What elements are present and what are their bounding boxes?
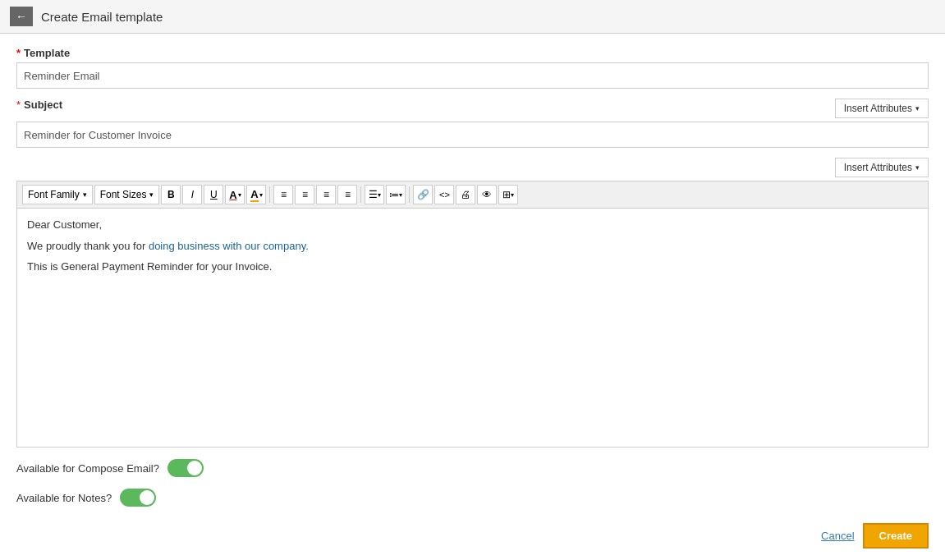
font-color-button[interactable]: A ▾	[225, 185, 245, 204]
editor-toolbar: Font Family ▾ Font Sizes ▾ B I U A ▾ A	[17, 181, 928, 209]
insert-attr-body-caret: ▾	[915, 163, 920, 172]
template-field-group: * Template	[16, 47, 929, 89]
insert-attributes-subject-button[interactable]: Insert Attributes ▾	[835, 99, 929, 118]
cancel-button[interactable]: Cancel	[821, 530, 854, 542]
table-caret: ▾	[511, 191, 514, 199]
subject-row: * Subject Insert Attributes ▾	[16, 99, 929, 118]
unordered-list-caret: ▾	[378, 191, 381, 199]
compose-email-thumb	[187, 461, 202, 475]
compose-email-label: Available for Compose Email?	[16, 462, 159, 475]
subject-label: Subject	[24, 99, 62, 111]
editor-link[interactable]: doing business with our company.	[149, 240, 309, 252]
editor-line-1: Dear Customer,	[27, 217, 918, 233]
editor-line-2: We proudly thank you for doing business …	[27, 238, 918, 255]
code-button[interactable]: <>	[434, 185, 454, 204]
body-insert-row: Insert Attributes ▾	[16, 158, 929, 177]
print-button[interactable]: 🖨	[456, 185, 475, 204]
notes-label: Available for Notes?	[16, 492, 112, 504]
align-center-icon: ≡	[302, 189, 308, 200]
align-justify-button[interactable]: ≡	[337, 185, 357, 204]
highlight-caret: ▾	[259, 191, 263, 199]
insert-attributes-body-button[interactable]: Insert Attributes ▾	[835, 158, 929, 177]
align-left-icon: ≡	[281, 189, 287, 200]
required-star-template: *	[16, 47, 21, 59]
compose-email-toggle-row: Available for Compose Email?	[16, 459, 929, 477]
font-sizes-label: Font Sizes	[100, 189, 147, 200]
font-color-icon: A	[229, 189, 236, 201]
underline-button[interactable]: U	[204, 185, 223, 204]
unordered-list-button[interactable]: ☰ ▾	[365, 185, 384, 204]
table-icon: ⊞	[502, 189, 511, 200]
separator-1	[269, 186, 270, 203]
font-family-label: Font Family	[28, 189, 80, 200]
link-button[interactable]: 🔗	[413, 185, 433, 204]
print-icon: 🖨	[461, 189, 470, 200]
align-center-button[interactable]: ≡	[295, 185, 314, 204]
font-sizes-caret: ▾	[149, 190, 154, 199]
notes-toggle[interactable]	[120, 489, 156, 507]
editor-body[interactable]: Dear Customer, We proudly thank you for …	[17, 209, 928, 447]
page-header: ← Create Email template	[0, 0, 945, 34]
compose-email-track	[167, 459, 204, 477]
notes-thumb	[140, 490, 154, 505]
main-content: * Template * Subject Insert Attributes ▾…	[0, 34, 945, 560]
template-label: * Template	[16, 47, 929, 59]
code-icon: <>	[439, 190, 450, 200]
insert-attr-subject-caret: ▾	[915, 104, 920, 112]
align-justify-icon: ≡	[345, 189, 351, 200]
font-family-dropdown[interactable]: Font Family ▾	[22, 185, 93, 204]
highlight-color-button[interactable]: A ▾	[246, 185, 266, 204]
required-star-subject: *	[16, 99, 21, 111]
font-color-caret: ▾	[238, 191, 241, 199]
create-button[interactable]: Create	[863, 523, 929, 549]
ordered-list-icon: ≔	[389, 189, 399, 200]
preview-button[interactable]: 👁	[477, 185, 497, 204]
back-button[interactable]: ←	[10, 7, 33, 26]
insert-attr-subject-label: Insert Attributes	[844, 103, 912, 114]
subject-label-wrap: * Subject	[16, 99, 62, 111]
align-right-icon: ≡	[323, 189, 329, 200]
template-input[interactable]	[16, 62, 929, 89]
notes-toggle-row: Available for Notes?	[16, 489, 929, 507]
editor-line-3: This is General Payment Reminder for you…	[27, 259, 918, 275]
page-title: Create Email template	[41, 10, 163, 24]
subject-field-group: * Subject Insert Attributes ▾	[16, 99, 929, 148]
separator-3	[409, 186, 410, 203]
insert-attr-body-label: Insert Attributes	[844, 162, 912, 173]
ordered-list-caret: ▾	[399, 191, 402, 199]
align-right-button[interactable]: ≡	[316, 185, 336, 204]
align-left-button[interactable]: ≡	[273, 185, 293, 204]
ordered-list-button[interactable]: ≔ ▾	[386, 185, 406, 204]
back-icon: ←	[16, 10, 27, 23]
notes-track	[120, 489, 156, 507]
font-family-caret: ▾	[83, 190, 87, 199]
font-sizes-dropdown[interactable]: Font Sizes ▾	[94, 185, 160, 204]
body-section: Insert Attributes ▾ Font Family ▾ Font S…	[16, 158, 929, 448]
compose-email-toggle[interactable]	[167, 459, 204, 477]
table-button[interactable]: ⊞ ▾	[498, 185, 518, 204]
bold-button[interactable]: B	[161, 185, 181, 204]
preview-icon: 👁	[482, 189, 492, 200]
subject-input[interactable]	[16, 122, 929, 148]
link-icon: 🔗	[417, 189, 429, 200]
editor-wrapper: Font Family ▾ Font Sizes ▾ B I U A ▾ A	[16, 181, 929, 448]
italic-button[interactable]: I	[182, 185, 202, 204]
unordered-list-icon: ☰	[369, 189, 378, 200]
footer-row: Cancel Create	[16, 523, 929, 549]
highlight-icon: A	[250, 188, 258, 202]
separator-2	[360, 186, 361, 203]
